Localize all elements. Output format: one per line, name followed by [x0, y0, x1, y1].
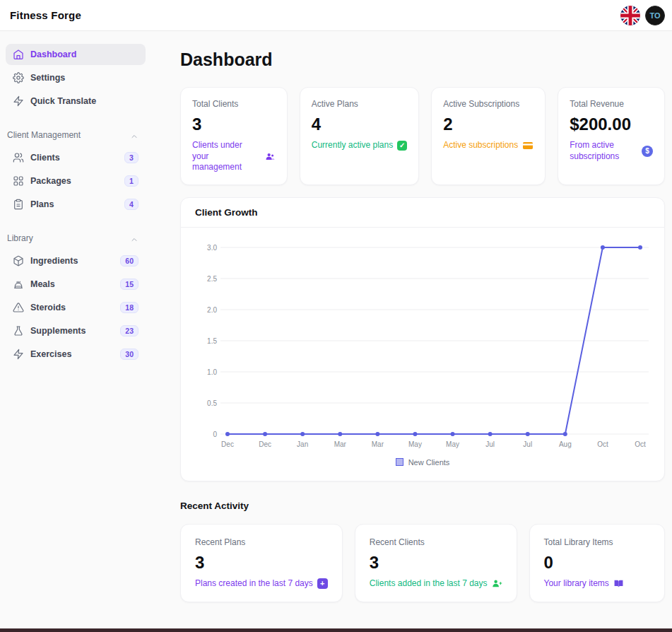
recent-activity-row: Recent Plans 3 Plans created in the last… [180, 524, 665, 603]
stat-subtitle: From active subscriptions [570, 140, 636, 162]
sidebar-item-label: Exercises [30, 349, 71, 359]
page-title: Dashboard [180, 49, 665, 70]
svg-text:Jul: Jul [485, 440, 495, 448]
stat-card-total-revenue: Total Revenue $200.00 From active subscr… [558, 87, 665, 185]
sidebar-item-meals[interactable]: Meals 15 [6, 274, 146, 295]
svg-text:0: 0 [213, 430, 217, 438]
sidebar-item-label: Settings [30, 73, 65, 83]
uk-flag-icon[interactable] [620, 6, 640, 25]
lightning-icon [13, 349, 24, 360]
stat-subtitle: Clients added in the last 7 days [370, 578, 488, 590]
window-bottom-edge [0, 628, 672, 632]
stat-label: Total Clients [192, 99, 276, 109]
stat-label: Recent Plans [195, 537, 328, 547]
svg-text:Jan: Jan [297, 440, 308, 448]
chart-legend: New Clients [195, 457, 650, 475]
sidebar-item-label: Meals [30, 279, 55, 289]
stat-card-active-plans: Active Plans 4 Currently active plans ✓ [300, 87, 419, 185]
sidebar-item-packages[interactable]: Packages 1 [6, 170, 146, 192]
stat-subtitle: Your library items [544, 578, 609, 590]
svg-text:0.5: 0.5 [207, 399, 217, 406]
svg-text:Aug: Aug [559, 440, 572, 448]
users-icon [13, 152, 24, 163]
sidebar-item-dashboard[interactable]: Dashboard [6, 44, 146, 65]
svg-text:Mar: Mar [372, 440, 384, 448]
sidebar-item-settings[interactable]: Settings [6, 67, 146, 88]
section-title: Library [7, 233, 33, 243]
svg-text:Oct: Oct [597, 440, 608, 448]
sidebar-item-label: Clients [30, 153, 60, 163]
count-badge: 1 [124, 175, 138, 187]
chevron-up-icon [130, 131, 138, 139]
stat-label: Active Subscriptions [443, 99, 534, 109]
sidebar-item-clients[interactable]: Clients 3 [6, 147, 146, 168]
svg-text:2.5: 2.5 [207, 274, 217, 282]
stat-subtitle: Plans created in the last 7 days [195, 578, 313, 590]
client-growth-card: Client Growth 3.02.52.01.51.00.50DecDecJ… [180, 197, 665, 481]
warning-triangle-icon [13, 302, 24, 313]
svg-text:Dec: Dec [259, 440, 271, 448]
recent-clients-card: Recent Clients 3 Clients added in the la… [355, 524, 517, 603]
lightning-icon [13, 95, 24, 107]
stat-value: 3 [192, 115, 276, 134]
header-actions: TO [620, 6, 665, 25]
stat-value: 4 [312, 115, 407, 134]
user-avatar[interactable]: TO [645, 6, 665, 25]
sidebar-item-label: Supplements [30, 326, 86, 336]
sidebar-section-client-management[interactable]: Client Management [7, 130, 138, 140]
stat-value: $200.00 [570, 115, 653, 134]
chart-title: Client Growth [195, 207, 650, 218]
stat-subtitle: Clients under your management [192, 140, 259, 173]
recent-plans-card: Recent Plans 3 Plans created in the last… [180, 524, 343, 603]
sidebar-item-quick-translate[interactable]: Quick Translate [6, 90, 146, 112]
cube-icon [13, 255, 24, 267]
stat-label: Active Plans [312, 99, 407, 109]
recent-activity-title: Recent Activity [180, 501, 665, 511]
legend-label: New Clients [408, 458, 450, 467]
stat-label: Recent Clients [370, 537, 502, 547]
flask-icon [13, 325, 24, 337]
grid-icon [13, 175, 24, 187]
total-library-items-card: Total Library Items 0 Your library items [529, 524, 665, 603]
stat-label: Total Revenue [570, 99, 653, 109]
sidebar-item-steroids[interactable]: Steroids 18 [6, 297, 146, 318]
count-badge: 30 [120, 349, 138, 361]
stat-subtitle: Currently active plans [312, 140, 393, 151]
sidebar-item-label: Quick Translate [30, 96, 96, 106]
sidebar-item-exercises[interactable]: Exercises 30 [6, 344, 146, 365]
count-badge: 23 [120, 325, 138, 337]
credit-card-icon [522, 140, 534, 151]
svg-text:2.0: 2.0 [207, 305, 217, 313]
svg-text:Oct: Oct [635, 440, 646, 448]
chevron-up-icon [130, 234, 138, 242]
svg-text:1.0: 1.0 [207, 368, 217, 375]
gear-icon [13, 72, 24, 83]
dollar-circle-icon: $ [642, 146, 653, 157]
sidebar-item-label: Packages [30, 176, 71, 186]
svg-text:May: May [446, 440, 459, 448]
svg-text:1.5: 1.5 [207, 337, 217, 344]
count-badge: 60 [120, 255, 138, 267]
svg-text:3.0: 3.0 [207, 243, 217, 251]
main-content: Dashboard Total Clients 3 Clients under … [151, 31, 672, 624]
count-badge: 4 [124, 199, 138, 211]
app-title: Fitness Forge [10, 9, 81, 21]
count-badge: 18 [120, 302, 138, 314]
svg-text:Mar: Mar [334, 440, 347, 448]
sidebar-section-library[interactable]: Library [7, 233, 138, 243]
stat-card-active-subscriptions: Active Subscriptions 2 Active subscripti… [431, 87, 546, 185]
sidebar-item-supplements[interactable]: Supplements 23 [6, 320, 146, 341]
stat-value: 2 [443, 115, 534, 134]
file-plus-icon: + [317, 578, 328, 589]
home-icon [13, 49, 24, 60]
sidebar-item-ingredients[interactable]: Ingredients 60 [6, 250, 146, 271]
users-icon [265, 151, 276, 162]
stat-value: 3 [195, 553, 328, 573]
top-header: Fitness Forge TO [0, 0, 672, 31]
clipboard-icon [13, 199, 24, 210]
user-plus-icon [492, 578, 502, 589]
stat-card-total-clients: Total Clients 3 Clients under your manag… [180, 87, 288, 185]
count-badge: 3 [124, 152, 138, 164]
sidebar-item-plans[interactable]: Plans 4 [6, 194, 146, 215]
meal-icon [13, 279, 24, 290]
